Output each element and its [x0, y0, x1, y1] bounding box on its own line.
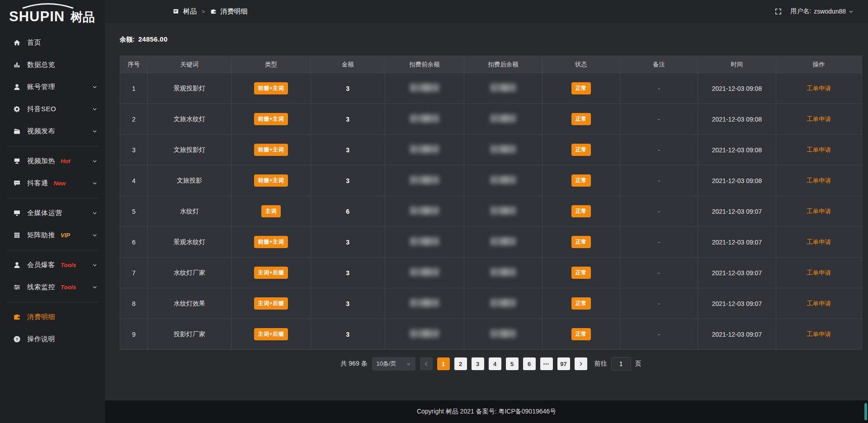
amount-cell: 3 — [311, 258, 385, 288]
sidebar-divider — [7, 146, 98, 146]
sliders-icon — [13, 283, 21, 291]
page-size-select[interactable]: 10条/页 — [372, 357, 415, 371]
sidebar-item-label: 首页 — [27, 38, 41, 47]
balance: 余额: 24856.00 — [120, 35, 862, 44]
sidebar-item-member-burst[interactable]: 会员爆客Tools — [0, 254, 105, 276]
sidebar-item-video-heat[interactable]: 视频加热Hot — [0, 150, 105, 172]
remark-cell: - — [620, 258, 698, 288]
type-cell: 主词+后缀 — [231, 288, 311, 319]
sidebar-item-account-manage[interactable]: 账号管理 — [0, 76, 105, 98]
ticket-request-link[interactable]: 工单申请 — [807, 331, 831, 338]
sidebar-item-clue-monitor[interactable]: 线索监控Tools — [0, 276, 105, 298]
post-balance-cell — [464, 196, 542, 227]
user-icon — [13, 83, 21, 91]
status-badge: 正常 — [571, 267, 591, 279]
type-cell: 前缀+主词 — [231, 227, 311, 258]
sidebar-item-consume-detail[interactable]: 消费明细 — [0, 306, 105, 328]
balance-value: 24856.00 — [138, 35, 168, 43]
sidebar-item-tag: New — [54, 180, 66, 187]
chevron-down — [90, 157, 99, 165]
sidebar-item-all-media[interactable]: 全媒体运营 — [0, 202, 105, 224]
chevron-down — [90, 179, 99, 188]
ticket-request-link[interactable]: 工单申请 — [807, 146, 831, 153]
ticket-request-link[interactable]: 工单申请 — [807, 269, 831, 276]
main-area: 树品 > 消费明细 用户名: zswodun88 余额: 24856.00 — [105, 0, 868, 423]
amount-cell: 3 — [311, 288, 385, 319]
ticket-request-link[interactable]: 工单申请 — [807, 177, 831, 184]
keyword-cell: 文旅投影灯 — [147, 135, 231, 165]
sidebar-item-data-overview[interactable]: 数据总览 — [0, 54, 105, 76]
sidebar-item-video-publish[interactable]: 视频发布 — [0, 120, 105, 142]
next-page-button[interactable] — [575, 357, 587, 370]
action-cell: 工单申请 — [776, 227, 862, 258]
post-balance-cell — [464, 135, 542, 165]
user-menu[interactable]: 用户名: zswodun88 — [790, 7, 854, 15]
page-button-6[interactable]: 6 — [523, 357, 536, 370]
bar-chart-icon — [13, 61, 21, 69]
ticket-request-link[interactable]: 工单申请 — [807, 85, 831, 92]
ticket-request-link[interactable]: 工单申请 — [807, 239, 831, 245]
page-button-4[interactable]: 4 — [489, 357, 501, 370]
total-count: 共 969 条 — [340, 360, 367, 368]
status-badge: 正常 — [571, 82, 591, 94]
amount-cell: 3 — [311, 135, 385, 165]
table-row: 8水纹灯效果主词+后缀3正常-2021-12-03 09:07工单申请 — [120, 288, 862, 319]
masked-pre-balance — [410, 207, 439, 215]
type-badge: 前缀+主词 — [254, 82, 288, 94]
chevron-left-icon — [424, 361, 429, 367]
sidebar-item-douketong[interactable]: 抖客通New — [0, 172, 105, 194]
remark-cell: - — [620, 288, 698, 319]
page-button-2[interactable]: 2 — [454, 357, 467, 370]
column-header: 序号 — [120, 56, 148, 73]
sidebar-item-matrix-boost[interactable]: 矩阵助推VIP — [0, 224, 105, 246]
status-cell: 正常 — [542, 196, 620, 227]
type-badge: 前缀+主词 — [254, 144, 288, 156]
status-badge: 正常 — [571, 297, 591, 310]
time-cell: 2021-12-03 09:07 — [698, 258, 776, 288]
row-index-cell: 9 — [120, 319, 148, 350]
status-cell: 正常 — [542, 73, 620, 104]
action-cell: 工单申请 — [776, 258, 862, 288]
sidebar-item-operation-guide[interactable]: ?操作说明 — [0, 328, 105, 350]
page-button-1[interactable]: 1 — [437, 357, 450, 370]
pre-balance-cell — [385, 135, 464, 165]
pre-balance-cell — [385, 258, 464, 288]
status-badge: 正常 — [571, 113, 591, 125]
chevron-down — [90, 283, 99, 291]
sidebar-item-douyin-seo[interactable]: 抖音SEO — [0, 98, 105, 120]
table-row: 6景观水纹灯前缀+主词3正常-2021-12-03 09:07工单申请 — [120, 227, 862, 258]
remark-cell: - — [620, 227, 698, 258]
more-pages-button[interactable]: ••• — [540, 357, 553, 370]
time-cell: 2021-12-03 09:08 — [698, 104, 776, 135]
table-row: 2文旅水纹灯前缀+主词3正常-2021-12-03 09:08工单申请 — [120, 104, 862, 135]
scrollbar-thumb[interactable] — [864, 403, 867, 420]
ticket-request-link[interactable]: 工单申请 — [807, 300, 831, 307]
table-row: 1景观投影灯前缀+主词3正常-2021-12-03 09:08工单申请 — [120, 73, 862, 104]
page-button-3[interactable]: 3 — [472, 357, 484, 370]
username-label: 用户名: — [790, 7, 811, 15]
logo-suffix: 树品 — [70, 10, 95, 24]
ticket-request-link[interactable]: 工单申请 — [807, 208, 831, 215]
page-buttons: 123456•••97 — [437, 357, 570, 370]
amount-cell: 3 — [311, 319, 385, 350]
sidebar: SHUPIN 树品 首页数据总览账号管理抖音SEO视频发布视频加热Hot抖客通N… — [0, 0, 105, 423]
goto-page-input[interactable] — [611, 357, 631, 371]
balance-label: 余额: — [120, 36, 135, 44]
post-balance-cell — [464, 258, 542, 288]
prev-page-button[interactable] — [420, 357, 433, 370]
content: 余额: 24856.00 序号关键词类型金额扣费前余额扣费后余额状态备注时间操作… — [105, 23, 868, 400]
masked-post-balance — [491, 237, 516, 245]
breadcrumb-root[interactable]: 树品 — [183, 7, 197, 16]
page-button-5[interactable]: 5 — [506, 357, 519, 370]
masked-post-balance — [491, 268, 516, 276]
fullscreen-icon[interactable] — [774, 7, 782, 15]
chevron-down — [90, 127, 99, 136]
ticket-request-link[interactable]: 工单申请 — [807, 116, 831, 122]
wallet-icon — [13, 313, 21, 321]
post-balance-cell — [464, 165, 542, 196]
sidebar-item-home[interactable]: 首页 — [0, 32, 105, 54]
status-cell: 正常 — [542, 227, 620, 258]
time-cell: 2021-12-03 09:07 — [698, 319, 776, 350]
page-button-97[interactable]: 97 — [557, 357, 570, 370]
grid-icon — [13, 231, 21, 240]
